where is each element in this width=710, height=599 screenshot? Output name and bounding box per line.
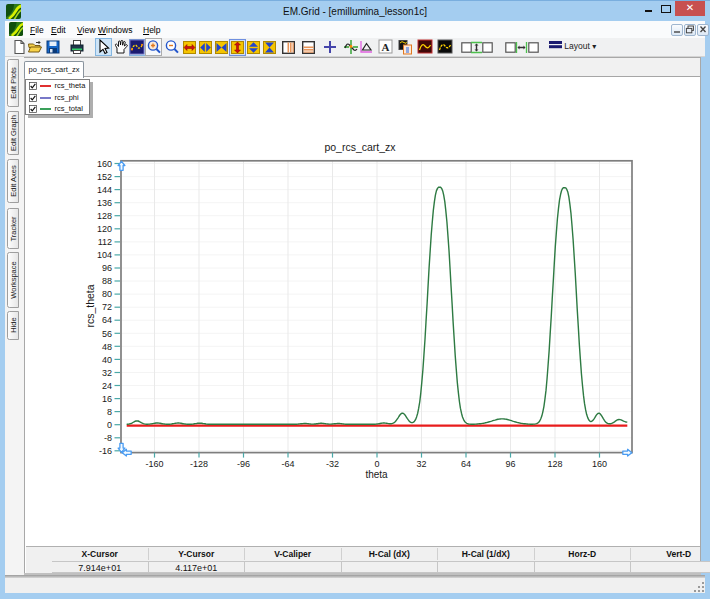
svg-text:-160: -160 bbox=[145, 459, 163, 469]
svg-text:rcs_theta: rcs_theta bbox=[84, 284, 96, 327]
svg-text:-8: -8 bbox=[104, 433, 112, 443]
svg-text:160: 160 bbox=[592, 459, 607, 469]
svg-text:64: 64 bbox=[102, 315, 112, 325]
svg-text:0: 0 bbox=[374, 459, 379, 469]
svg-text:48: 48 bbox=[102, 342, 112, 352]
svg-text:24: 24 bbox=[102, 381, 112, 391]
svg-text:40: 40 bbox=[102, 355, 112, 365]
svg-text:88: 88 bbox=[102, 276, 112, 286]
svg-text:0: 0 bbox=[107, 420, 112, 430]
svg-text:112: 112 bbox=[98, 237, 112, 247]
svg-text:8: 8 bbox=[107, 407, 112, 417]
svg-text:-128: -128 bbox=[190, 459, 208, 469]
svg-text:72: 72 bbox=[102, 302, 112, 312]
svg-text:128: 128 bbox=[547, 459, 562, 469]
svg-text:136: 136 bbox=[97, 198, 112, 208]
svg-text:104: 104 bbox=[97, 250, 112, 260]
svg-text:32: 32 bbox=[416, 459, 426, 469]
svg-text:96: 96 bbox=[102, 263, 112, 273]
svg-text:56: 56 bbox=[102, 329, 112, 339]
svg-text:96: 96 bbox=[505, 459, 515, 469]
svg-text:po_rcs_cart_zx: po_rcs_cart_zx bbox=[324, 141, 396, 153]
svg-text:128: 128 bbox=[97, 211, 112, 221]
svg-text:16: 16 bbox=[102, 394, 112, 404]
svg-text:80: 80 bbox=[102, 289, 112, 299]
svg-text:-16: -16 bbox=[99, 446, 112, 456]
svg-text:-64: -64 bbox=[281, 459, 294, 469]
svg-text:-32: -32 bbox=[326, 459, 339, 469]
svg-text:120: 120 bbox=[97, 224, 112, 234]
svg-text:160: 160 bbox=[97, 159, 112, 169]
svg-text:144: 144 bbox=[97, 185, 112, 195]
svg-text:64: 64 bbox=[461, 459, 471, 469]
svg-text:32: 32 bbox=[102, 368, 112, 378]
svg-text:-96: -96 bbox=[237, 459, 250, 469]
svg-text:152: 152 bbox=[97, 172, 112, 182]
svg-text:theta: theta bbox=[365, 469, 388, 480]
